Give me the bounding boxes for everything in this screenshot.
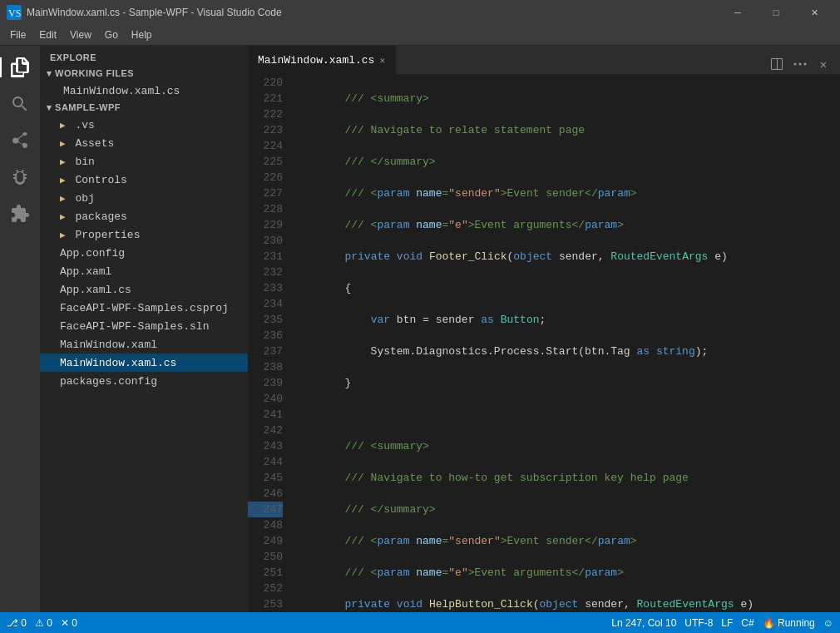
close-editor-button[interactable]: ✕ xyxy=(813,54,833,74)
sidebar-item-obj[interactable]: ▶ obj xyxy=(40,189,248,207)
tab-close-icon[interactable]: ✕ xyxy=(379,55,385,66)
search-activity-icon[interactable] xyxy=(5,89,35,119)
warnings-status[interactable]: ⚠ 0 xyxy=(35,617,52,629)
running-status: 🔥 Running xyxy=(763,617,815,629)
extensions-activity-icon[interactable] xyxy=(5,199,35,229)
editor-area: MainWindow.xaml.cs ✕ ✕ 220 xyxy=(248,46,840,612)
sidebar-item-vs[interactable]: ▶ .vs xyxy=(40,116,248,134)
sidebar-item-sln[interactable]: FaceAPI-WPF-Samples.sln xyxy=(40,317,248,335)
files-activity-icon[interactable] xyxy=(5,52,35,82)
tab-bar: MainWindow.xaml.cs ✕ ✕ xyxy=(248,46,840,75)
tab-mainwindow[interactable]: MainWindow.xaml.cs ✕ xyxy=(248,46,396,74)
title-bar: VS MainWindow.xaml.cs - Sample-WPF - Vis… xyxy=(0,0,840,25)
folder-icon: ▶ xyxy=(60,193,66,204)
folder-icon: ▶ xyxy=(60,211,66,222)
tab-actions: ✕ xyxy=(760,54,840,74)
tab-label: MainWindow.xaml.cs xyxy=(258,54,374,67)
code-content[interactable]: /// <summary> /// Navigate to relate sta… xyxy=(289,75,840,612)
more-actions-button[interactable] xyxy=(790,54,810,74)
working-files-header[interactable]: ▾ WORKING FILES xyxy=(40,66,248,82)
minimize-button[interactable]: ─ xyxy=(719,0,757,25)
sidebar-item-controls[interactable]: ▶ Controls xyxy=(40,171,248,189)
menu-file[interactable]: File xyxy=(3,27,32,42)
sidebar: EXPLORE ▾ WORKING FILES MainWindow.xaml.… xyxy=(40,46,248,612)
status-bar: ⎇ 0 ⚠ 0 ✕ 0 Ln 247, Col 10 UTF-8 LF C# 🔥… xyxy=(0,612,840,633)
sidebar-item-mainwindowxamlcs[interactable]: MainWindow.xaml.cs xyxy=(40,354,248,372)
window-title: MainWindow.xaml.cs - Sample-WPF - Visual… xyxy=(27,7,719,18)
status-right: Ln 247, Col 10 UTF-8 LF C# 🔥 Running ☺ xyxy=(611,617,833,629)
errors-status[interactable]: ✕ 0 xyxy=(61,617,77,629)
sidebar-item-mainwindowxaml[interactable]: MainWindow.xaml xyxy=(40,335,248,354)
sidebar-item-appxaml[interactable]: App.xaml xyxy=(40,262,248,280)
menu-bar: File Edit View Go Help xyxy=(0,25,840,46)
sidebar-item-bin[interactable]: ▶ bin xyxy=(40,152,248,171)
folder-icon: ▶ xyxy=(60,156,66,167)
explore-header: EXPLORE xyxy=(40,46,248,66)
close-button[interactable]: ✕ xyxy=(795,0,833,25)
line-numbers: 220221222223224 225226227228229 23023123… xyxy=(248,75,289,612)
svg-point-3 xyxy=(799,63,802,66)
menu-go[interactable]: Go xyxy=(98,27,125,42)
menu-help[interactable]: Help xyxy=(125,27,159,42)
folder-icon: ▶ xyxy=(60,175,66,185)
svg-point-2 xyxy=(794,63,797,66)
code-editor: 220221222223224 225226227228229 23023123… xyxy=(248,75,840,612)
git-branch-status[interactable]: ⎇ 0 xyxy=(7,617,27,629)
sidebar-item-packages[interactable]: ▶ packages xyxy=(40,207,248,225)
sidebar-item-properties[interactable]: ▶ Properties xyxy=(40,225,248,244)
menu-edit[interactable]: Edit xyxy=(32,27,63,42)
folder-icon: ▶ xyxy=(60,120,66,131)
line-ending-status[interactable]: LF xyxy=(721,617,733,629)
working-file-mainwindow[interactable]: MainWindow.xaml.cs xyxy=(40,82,248,100)
encoding-status[interactable]: UTF-8 xyxy=(684,617,713,629)
sidebar-item-csproj[interactable]: FaceAPI-WPF-Samples.csproj xyxy=(40,299,248,317)
cursor-position-status[interactable]: Ln 247, Col 10 xyxy=(611,617,676,629)
sidebar-item-assets[interactable]: ▶ Assets xyxy=(40,134,248,152)
maximize-button[interactable]: □ xyxy=(757,0,795,25)
folder-icon: ▶ xyxy=(60,230,66,240)
split-editor-button[interactable] xyxy=(767,54,787,74)
status-left: ⎇ 0 ⚠ 0 ✕ 0 xyxy=(7,617,77,629)
project-header[interactable]: ▾ SAMPLE-WPF xyxy=(40,100,248,116)
menu-view[interactable]: View xyxy=(63,27,98,42)
svg-point-4 xyxy=(804,63,807,66)
activity-bar xyxy=(0,46,40,612)
app-icon: VS xyxy=(7,5,22,20)
sidebar-item-appxamlcs[interactable]: App.xaml.cs xyxy=(40,280,248,299)
main-layout: EXPLORE ▾ WORKING FILES MainWindow.xaml.… xyxy=(0,46,840,612)
sidebar-item-packagesconfig[interactable]: packages.config xyxy=(40,372,248,390)
source-control-activity-icon[interactable] xyxy=(5,126,35,156)
window-controls: ─ □ ✕ xyxy=(719,0,833,25)
feedback-icon[interactable]: ☺ xyxy=(823,617,833,629)
sidebar-item-appconfig[interactable]: App.config xyxy=(40,244,248,262)
debug-activity-icon[interactable] xyxy=(5,162,35,192)
svg-text:VS: VS xyxy=(8,7,21,19)
language-status[interactable]: C# xyxy=(741,617,754,629)
folder-icon: ▶ xyxy=(60,138,66,149)
